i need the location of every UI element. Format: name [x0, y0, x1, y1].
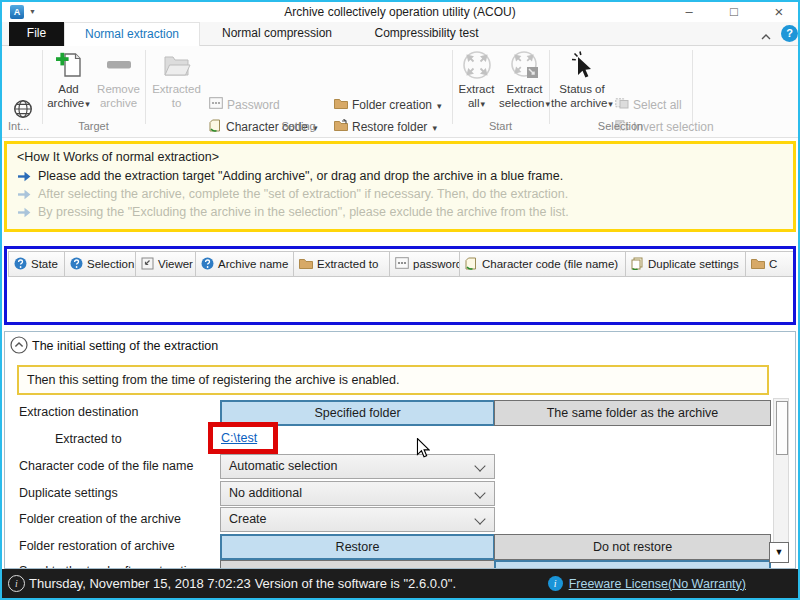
archive-list-frame[interactable]: State Selection Viewer Archive name Extr…: [4, 246, 796, 325]
extract-selection-button[interactable]: Extract selection: [500, 48, 549, 116]
column-header-clipped[interactable]: C: [745, 251, 796, 277]
collapse-ribbon-icon[interactable]: [759, 28, 775, 40]
tab-compressibility-test[interactable]: Compressibility test: [354, 22, 499, 46]
column-header-selection[interactable]: Selection: [64, 251, 136, 277]
ribbon: Int... Add archive Remove archive Target…: [2, 46, 798, 138]
column-header-extracted-to[interactable]: Extracted to: [293, 251, 390, 277]
dropdown-caret-icon: [84, 97, 90, 109]
help-icon: [14, 257, 27, 272]
folder-open-icon: [162, 49, 192, 81]
group-label-selection: Selection: [549, 120, 692, 134]
status-of-archive-button[interactable]: Status of the archive: [551, 48, 613, 116]
row-label-extracted-to: Extracted to: [55, 432, 122, 446]
duplicate-settings-dropdown[interactable]: No additional: [220, 481, 495, 506]
option-do-not-restore[interactable]: Do not restore: [494, 534, 771, 560]
group-label-start: Start: [452, 120, 549, 134]
column-header-character-code[interactable]: Character code (file name): [459, 251, 626, 277]
select-all-icon: [615, 98, 629, 112]
info-icon: [8, 575, 25, 592]
tab-file[interactable]: File: [9, 22, 64, 46]
scrollbar-thumb[interactable]: [776, 401, 788, 455]
option-send[interactable]: Send: [220, 560, 495, 569]
row-label-duplicate-settings: Duplicate settings: [19, 486, 118, 500]
app-window: Archive collectively operation utility (…: [0, 0, 800, 600]
folder-icon: [299, 258, 313, 271]
title-bar: Archive collectively operation utility (…: [2, 2, 798, 22]
column-header-archive-name[interactable]: Archive name: [195, 251, 294, 277]
folder-icon: [334, 98, 348, 112]
option-restore[interactable]: Restore: [220, 534, 495, 560]
minimize-button[interactable]: –: [674, 2, 704, 22]
status-version: Version of the software is "2.6.0.0".: [255, 576, 456, 591]
row-label-extraction-destination: Extraction destination: [19, 405, 139, 419]
status-bar: Thursday, November 15, 2018 7:02:23 Vers…: [2, 569, 798, 598]
folder-creation-dropdown[interactable]: Create: [220, 507, 495, 532]
viewer-icon: [141, 257, 154, 272]
arrow-icon: [17, 207, 31, 218]
tab-normal-compression[interactable]: Normal compression: [200, 22, 354, 46]
help-icon: [201, 257, 214, 272]
column-header-viewer[interactable]: Viewer: [135, 251, 196, 277]
quick-access-caret-icon[interactable]: [29, 8, 36, 15]
help-line: Please add the extraction target "Adding…: [17, 169, 783, 183]
maximize-button[interactable]: □: [719, 2, 749, 22]
settings-note: Then this setting from the time of regis…: [17, 365, 769, 395]
dropdown-caret-icon: [607, 97, 613, 109]
tab-normal-extraction[interactable]: Normal extraction: [64, 22, 200, 46]
column-header-duplicate-settings[interactable]: Duplicate settings: [625, 251, 746, 277]
column-header-password[interactable]: password: [389, 251, 460, 277]
group-separator: [42, 50, 43, 124]
extract-all-icon: [462, 49, 492, 81]
dropdown-caret-icon: [479, 97, 485, 109]
initial-settings-panel: The initial setting of the extraction Th…: [4, 331, 796, 569]
cursor-status-icon: [569, 49, 595, 81]
arrow-icon: [17, 171, 31, 182]
password-icon: [209, 97, 223, 112]
help-line: After selecting the archive, complete th…: [17, 187, 783, 201]
column-header-state[interactable]: State: [8, 251, 65, 277]
chevron-down-icon: [474, 460, 485, 471]
option-do-not-send[interactable]: Do not send: [494, 560, 771, 569]
extract-selection-icon: [510, 49, 540, 81]
dropdown-caret-icon: [544, 97, 550, 109]
add-archive-button[interactable]: Add archive: [45, 48, 92, 116]
app-icon[interactable]: [10, 5, 24, 19]
remove-archive-button: Remove archive: [93, 48, 144, 116]
collapse-section-icon[interactable]: [10, 336, 28, 358]
archive-list-header-row: State Selection Viewer Archive name Extr…: [9, 251, 796, 277]
arrow-icon: [17, 189, 31, 200]
info-icon: [548, 576, 563, 591]
extracted-to-button: Extracted to: [148, 48, 205, 116]
group-separator: [452, 50, 453, 124]
duplicate-settings-icon: [631, 257, 644, 272]
group-label-int: Int...: [4, 120, 42, 134]
character-code-dropdown[interactable]: Automatic selection: [220, 454, 495, 479]
license-link[interactable]: Freeware License(No Warranty): [569, 577, 746, 591]
group-label-setting: Setting: [145, 120, 452, 134]
how-it-works-box: <How It Works of normal extraction> Plea…: [4, 141, 796, 232]
status-right: Freeware License(No Warranty): [548, 569, 746, 598]
row-label-folder-restoration: Folder restoration of archive: [19, 539, 175, 553]
help-line: By pressing the "Excluding the archive i…: [17, 205, 783, 219]
folder-creation-button[interactable]: Folder creation: [334, 94, 442, 115]
help-button[interactable]: [781, 25, 798, 42]
option-same-folder[interactable]: The same folder as the archive: [494, 400, 771, 426]
vertical-scrollbar[interactable]: [773, 398, 789, 544]
group-separator: [145, 50, 146, 124]
scrollbar-down-button[interactable]: [769, 542, 789, 563]
remove-archive-icon: [104, 49, 134, 81]
character-code-icon: [465, 257, 478, 272]
extract-all-button[interactable]: Extract all: [454, 48, 499, 116]
dropdown-caret-icon: [436, 98, 442, 112]
status-left: Thursday, November 15, 2018 7:02:23 Vers…: [8, 569, 456, 598]
close-button[interactable]: ×: [764, 2, 794, 22]
row-label-character-code: Character code of the file name: [19, 459, 193, 473]
group-separator: [692, 50, 693, 124]
help-icon: [70, 257, 83, 272]
chevron-down-icon: [474, 513, 485, 524]
status-datetime: Thursday, November 15, 2018 7:02:23: [29, 576, 251, 591]
section-title: The initial setting of the extraction: [32, 339, 218, 353]
password-button: Password: [209, 94, 280, 115]
chevron-down-icon: [474, 487, 485, 498]
group-label-target: Target: [42, 120, 145, 134]
